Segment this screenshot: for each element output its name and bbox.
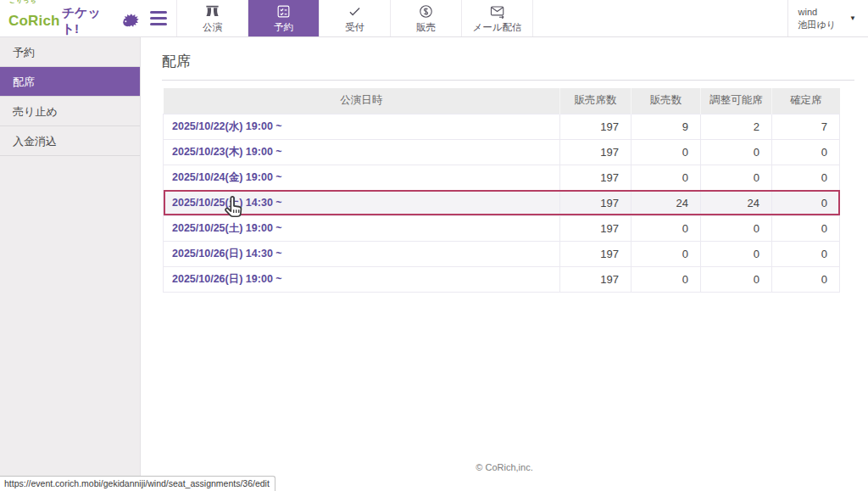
logo-area: こりっち CoRich チケット! <box>0 0 141 36</box>
adjustable-seats-cell: 0 <box>701 241 772 266</box>
performance-datetime-link[interactable]: 2025/10/26(日) 14:30 ~ <box>172 248 282 259</box>
performance-datetime-link[interactable]: 2025/10/26(日) 19:00 ~ <box>172 273 282 285</box>
column-header: 調整可能席 <box>701 88 772 114</box>
user-name: 池田ゆり <box>798 19 837 31</box>
adjustable-seats-cell: 0 <box>701 165 772 190</box>
adjustable-seats-cell: 0 <box>701 139 772 165</box>
hamburger-menu-button[interactable] <box>141 0 177 36</box>
datetime-cell: 2025/10/24(金) 19:00 ~ <box>164 165 560 190</box>
sold-count-cell: 0 <box>632 266 701 292</box>
check-icon <box>347 3 363 20</box>
page-title: 配席 <box>162 37 854 81</box>
sold-count-cell: 0 <box>632 215 701 241</box>
link-preview-statusbar: https://event.corich.mobi/gekidanniji/wi… <box>0 476 275 491</box>
column-header: 公演日時 <box>164 88 560 114</box>
adjustable-seats-cell: 0 <box>701 215 772 241</box>
sellable-seats-cell: 197 <box>560 165 632 190</box>
performance-datetime-link[interactable]: 2025/10/23(木) 19:00 ~ <box>172 146 282 158</box>
tab-label: 予約 <box>274 21 293 34</box>
confirmed-seats-cell: 0 <box>772 190 840 215</box>
datetime-cell: 2025/10/25(土) 19:00 ~ <box>164 215 560 241</box>
tab-label: メール配信 <box>472 21 521 34</box>
tab-label: 受付 <box>345 21 364 34</box>
sellable-seats-cell: 197 <box>560 190 632 215</box>
nav-spacer <box>533 0 787 36</box>
seat-assignment-table-wrap: 公演日時販売席数販売数調整可能席確定席 2025/10/22(水) 19:00 … <box>163 88 868 293</box>
performance-datetime-link[interactable]: 2025/10/25(土) 19:00 ~ <box>172 222 282 234</box>
sidebar: 予約配席売り止め入金消込 <box>0 37 141 491</box>
sidebar-item-reservations[interactable]: 予約 <box>0 37 140 67</box>
adjustable-seats-cell: 0 <box>701 266 772 292</box>
top-header: こりっち CoRich チケット! 公演予約受付販売メール配信 wind 池田ゆ… <box>0 0 868 37</box>
sidebar-item-payment-reconciliation[interactable]: 入金消込 <box>0 126 140 156</box>
datetime-cell: 2025/10/25(土) 14:30 ~ <box>164 190 560 215</box>
sold-count-cell: 0 <box>632 165 701 190</box>
sellable-seats-cell: 197 <box>560 114 632 139</box>
logo-furigana: こりっち <box>9 0 37 5</box>
logo-brand-text: CoRich <box>8 13 60 30</box>
table-header-row: 公演日時販売席数販売数調整可能席確定席 <box>164 88 840 114</box>
calendar-check-icon <box>275 3 292 20</box>
adjustable-seats-cell: 24 <box>701 190 772 215</box>
confirmed-seats-cell: 0 <box>772 241 840 266</box>
sidebar-item-seat-assignment[interactable]: 配席 <box>0 67 140 97</box>
performance-datetime-link[interactable]: 2025/10/22(水) 19:00 ~ <box>172 120 282 132</box>
sellable-seats-cell: 197 <box>560 266 632 292</box>
sidebar-item-stop-sales[interactable]: 売り止め <box>0 97 140 126</box>
chevron-down-icon: ▼ <box>849 14 856 22</box>
tab-label: 公演 <box>203 21 222 34</box>
main-content: 配席 公演日時販売席数販売数調整可能席確定席 2025/10/22(水) 19:… <box>141 37 868 491</box>
column-header: 販売席数 <box>560 88 632 114</box>
performance-datetime-link[interactable]: 2025/10/25(土) 14:30 ~ <box>172 197 282 209</box>
table-row[interactable]: 2025/10/25(土) 14:30 ~19724240 <box>164 190 840 215</box>
table-row[interactable]: 2025/10/23(木) 19:00 ~197000 <box>164 139 840 165</box>
sold-count-cell: 0 <box>632 241 701 266</box>
tab-reservations[interactable]: 予約 <box>248 0 320 36</box>
logo-product-text: チケット! <box>62 5 118 37</box>
column-header: 販売数 <box>632 88 701 114</box>
sold-count-cell: 24 <box>632 190 701 215</box>
tab-reception[interactable]: 受付 <box>320 0 391 36</box>
datetime-cell: 2025/10/22(水) 19:00 ~ <box>164 114 560 139</box>
confirmed-seats-cell: 0 <box>772 215 840 241</box>
table-row[interactable]: 2025/10/24(金) 19:00 ~197000 <box>164 165 840 190</box>
sellable-seats-cell: 197 <box>560 215 632 241</box>
mail-icon <box>489 3 506 20</box>
table-row[interactable]: 2025/10/26(日) 14:30 ~197000 <box>164 241 840 266</box>
app-logo[interactable]: こりっち CoRich チケット! <box>8 0 141 37</box>
datetime-cell: 2025/10/26(日) 19:00 ~ <box>164 266 560 292</box>
nav-tabs: 公演予約受付販売メール配信 <box>177 0 533 36</box>
confirmed-seats-cell: 0 <box>772 139 840 165</box>
hedgehog-mascot-icon <box>120 13 141 30</box>
sellable-seats-cell: 197 <box>560 139 632 165</box>
datetime-cell: 2025/10/26(日) 14:30 ~ <box>164 241 560 266</box>
copyright-footer: © CoRich,inc. <box>141 462 868 472</box>
table-row[interactable]: 2025/10/26(日) 19:00 ~197000 <box>164 266 840 292</box>
tab-sales[interactable]: 販売 <box>391 0 462 36</box>
sellable-seats-cell: 197 <box>560 241 632 266</box>
confirmed-seats-cell: 0 <box>772 165 840 190</box>
column-header: 確定席 <box>772 88 840 114</box>
tab-mail-delivery[interactable]: メール配信 <box>462 0 533 36</box>
user-menu[interactable]: wind 池田ゆり ▼ <box>787 0 868 36</box>
dollar-circle-icon <box>418 3 434 20</box>
curtain-icon <box>204 3 220 20</box>
tab-performances[interactable]: 公演 <box>177 0 248 36</box>
confirmed-seats-cell: 0 <box>772 266 840 292</box>
seat-assignment-table: 公演日時販売席数販売数調整可能席確定席 2025/10/22(水) 19:00 … <box>163 88 840 293</box>
performance-datetime-link[interactable]: 2025/10/24(金) 19:00 ~ <box>172 171 282 183</box>
datetime-cell: 2025/10/23(木) 19:00 ~ <box>164 139 560 165</box>
user-org: wind <box>798 6 837 19</box>
tab-label: 販売 <box>416 21 436 34</box>
table-body: 2025/10/22(水) 19:00 ~1979272025/10/23(木)… <box>164 114 840 292</box>
confirmed-seats-cell: 7 <box>772 114 840 139</box>
sold-count-cell: 9 <box>632 114 701 139</box>
adjustable-seats-cell: 2 <box>701 114 772 139</box>
table-row[interactable]: 2025/10/25(土) 19:00 ~197000 <box>164 215 840 241</box>
sold-count-cell: 0 <box>632 139 701 165</box>
top-navbar: 公演予約受付販売メール配信 wind 池田ゆり ▼ <box>141 0 868 36</box>
table-row[interactable]: 2025/10/22(水) 19:00 ~197927 <box>164 114 840 139</box>
